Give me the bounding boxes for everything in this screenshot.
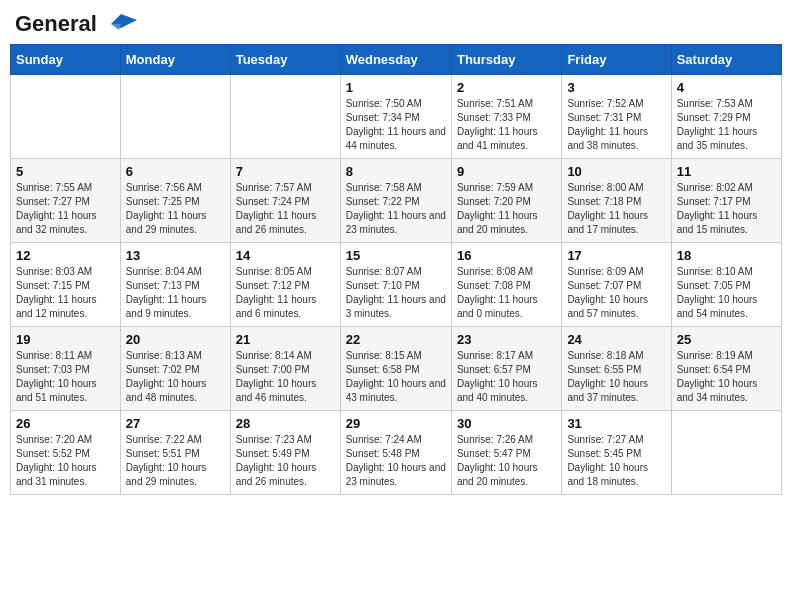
calendar-cell: 13Sunrise: 8:04 AMSunset: 7:13 PMDayligh… xyxy=(120,243,230,327)
calendar-cell: 3Sunrise: 7:52 AMSunset: 7:31 PMDaylight… xyxy=(562,75,671,159)
day-info: Sunrise: 7:27 AMSunset: 5:45 PMDaylight:… xyxy=(567,433,665,489)
day-of-week-monday: Monday xyxy=(120,45,230,75)
day-number: 27 xyxy=(126,416,225,431)
calendar-cell: 14Sunrise: 8:05 AMSunset: 7:12 PMDayligh… xyxy=(230,243,340,327)
day-info: Sunrise: 8:14 AMSunset: 7:00 PMDaylight:… xyxy=(236,349,335,405)
calendar-cell: 30Sunrise: 7:26 AMSunset: 5:47 PMDayligh… xyxy=(451,411,561,495)
day-number: 30 xyxy=(457,416,556,431)
calendar-week-1: 1Sunrise: 7:50 AMSunset: 7:34 PMDaylight… xyxy=(11,75,782,159)
day-info: Sunrise: 7:23 AMSunset: 5:49 PMDaylight:… xyxy=(236,433,335,489)
day-number: 19 xyxy=(16,332,115,347)
day-number: 5 xyxy=(16,164,115,179)
calendar-cell: 17Sunrise: 8:09 AMSunset: 7:07 PMDayligh… xyxy=(562,243,671,327)
calendar-cell xyxy=(120,75,230,159)
day-of-week-tuesday: Tuesday xyxy=(230,45,340,75)
day-info: Sunrise: 7:52 AMSunset: 7:31 PMDaylight:… xyxy=(567,97,665,153)
day-info: Sunrise: 7:26 AMSunset: 5:47 PMDaylight:… xyxy=(457,433,556,489)
day-info: Sunrise: 8:13 AMSunset: 7:02 PMDaylight:… xyxy=(126,349,225,405)
day-info: Sunrise: 8:02 AMSunset: 7:17 PMDaylight:… xyxy=(677,181,776,237)
day-number: 10 xyxy=(567,164,665,179)
calendar-cell: 20Sunrise: 8:13 AMSunset: 7:02 PMDayligh… xyxy=(120,327,230,411)
day-info: Sunrise: 7:58 AMSunset: 7:22 PMDaylight:… xyxy=(346,181,446,237)
calendar-cell: 19Sunrise: 8:11 AMSunset: 7:03 PMDayligh… xyxy=(11,327,121,411)
day-number: 7 xyxy=(236,164,335,179)
day-number: 8 xyxy=(346,164,446,179)
day-number: 22 xyxy=(346,332,446,347)
calendar-cell: 8Sunrise: 7:58 AMSunset: 7:22 PMDaylight… xyxy=(340,159,451,243)
day-number: 13 xyxy=(126,248,225,263)
day-info: Sunrise: 8:07 AMSunset: 7:10 PMDaylight:… xyxy=(346,265,446,321)
day-number: 20 xyxy=(126,332,225,347)
calendar-header-row: SundayMondayTuesdayWednesdayThursdayFrid… xyxy=(11,45,782,75)
logo-text-general: General xyxy=(15,11,97,37)
logo-bird-icon xyxy=(101,10,137,38)
day-info: Sunrise: 7:24 AMSunset: 5:48 PMDaylight:… xyxy=(346,433,446,489)
day-number: 2 xyxy=(457,80,556,95)
day-number: 28 xyxy=(236,416,335,431)
calendar-cell: 1Sunrise: 7:50 AMSunset: 7:34 PMDaylight… xyxy=(340,75,451,159)
day-info: Sunrise: 8:04 AMSunset: 7:13 PMDaylight:… xyxy=(126,265,225,321)
day-info: Sunrise: 8:15 AMSunset: 6:58 PMDaylight:… xyxy=(346,349,446,405)
day-info: Sunrise: 8:09 AMSunset: 7:07 PMDaylight:… xyxy=(567,265,665,321)
day-info: Sunrise: 8:03 AMSunset: 7:15 PMDaylight:… xyxy=(16,265,115,321)
calendar-cell: 22Sunrise: 8:15 AMSunset: 6:58 PMDayligh… xyxy=(340,327,451,411)
calendar-cell: 9Sunrise: 7:59 AMSunset: 7:20 PMDaylight… xyxy=(451,159,561,243)
calendar-cell: 5Sunrise: 7:55 AMSunset: 7:27 PMDaylight… xyxy=(11,159,121,243)
day-info: Sunrise: 8:19 AMSunset: 6:54 PMDaylight:… xyxy=(677,349,776,405)
day-number: 1 xyxy=(346,80,446,95)
day-of-week-sunday: Sunday xyxy=(11,45,121,75)
calendar-cell: 31Sunrise: 7:27 AMSunset: 5:45 PMDayligh… xyxy=(562,411,671,495)
calendar-cell: 26Sunrise: 7:20 AMSunset: 5:52 PMDayligh… xyxy=(11,411,121,495)
day-number: 17 xyxy=(567,248,665,263)
day-info: Sunrise: 7:57 AMSunset: 7:24 PMDaylight:… xyxy=(236,181,335,237)
day-info: Sunrise: 7:59 AMSunset: 7:20 PMDaylight:… xyxy=(457,181,556,237)
day-info: Sunrise: 8:18 AMSunset: 6:55 PMDaylight:… xyxy=(567,349,665,405)
day-number: 23 xyxy=(457,332,556,347)
day-info: Sunrise: 7:20 AMSunset: 5:52 PMDaylight:… xyxy=(16,433,115,489)
calendar-cell: 16Sunrise: 8:08 AMSunset: 7:08 PMDayligh… xyxy=(451,243,561,327)
calendar-cell xyxy=(671,411,781,495)
calendar-cell: 29Sunrise: 7:24 AMSunset: 5:48 PMDayligh… xyxy=(340,411,451,495)
day-info: Sunrise: 7:51 AMSunset: 7:33 PMDaylight:… xyxy=(457,97,556,153)
day-number: 4 xyxy=(677,80,776,95)
calendar-table: SundayMondayTuesdayWednesdayThursdayFrid… xyxy=(10,44,782,495)
day-info: Sunrise: 8:17 AMSunset: 6:57 PMDaylight:… xyxy=(457,349,556,405)
day-number: 18 xyxy=(677,248,776,263)
day-info: Sunrise: 7:50 AMSunset: 7:34 PMDaylight:… xyxy=(346,97,446,153)
day-number: 16 xyxy=(457,248,556,263)
day-info: Sunrise: 8:05 AMSunset: 7:12 PMDaylight:… xyxy=(236,265,335,321)
day-info: Sunrise: 8:00 AMSunset: 7:18 PMDaylight:… xyxy=(567,181,665,237)
calendar-cell: 23Sunrise: 8:17 AMSunset: 6:57 PMDayligh… xyxy=(451,327,561,411)
day-number: 3 xyxy=(567,80,665,95)
day-of-week-thursday: Thursday xyxy=(451,45,561,75)
day-number: 6 xyxy=(126,164,225,179)
calendar-cell: 12Sunrise: 8:03 AMSunset: 7:15 PMDayligh… xyxy=(11,243,121,327)
calendar-week-3: 12Sunrise: 8:03 AMSunset: 7:15 PMDayligh… xyxy=(11,243,782,327)
calendar-cell: 28Sunrise: 7:23 AMSunset: 5:49 PMDayligh… xyxy=(230,411,340,495)
calendar-cell: 21Sunrise: 8:14 AMSunset: 7:00 PMDayligh… xyxy=(230,327,340,411)
day-number: 24 xyxy=(567,332,665,347)
day-info: Sunrise: 8:11 AMSunset: 7:03 PMDaylight:… xyxy=(16,349,115,405)
calendar-cell: 15Sunrise: 8:07 AMSunset: 7:10 PMDayligh… xyxy=(340,243,451,327)
calendar-cell: 11Sunrise: 8:02 AMSunset: 7:17 PMDayligh… xyxy=(671,159,781,243)
day-of-week-friday: Friday xyxy=(562,45,671,75)
day-number: 25 xyxy=(677,332,776,347)
day-number: 21 xyxy=(236,332,335,347)
calendar-cell: 10Sunrise: 8:00 AMSunset: 7:18 PMDayligh… xyxy=(562,159,671,243)
calendar-week-5: 26Sunrise: 7:20 AMSunset: 5:52 PMDayligh… xyxy=(11,411,782,495)
day-info: Sunrise: 7:53 AMSunset: 7:29 PMDaylight:… xyxy=(677,97,776,153)
calendar-week-4: 19Sunrise: 8:11 AMSunset: 7:03 PMDayligh… xyxy=(11,327,782,411)
day-info: Sunrise: 7:22 AMSunset: 5:51 PMDaylight:… xyxy=(126,433,225,489)
day-number: 12 xyxy=(16,248,115,263)
calendar-cell: 6Sunrise: 7:56 AMSunset: 7:25 PMDaylight… xyxy=(120,159,230,243)
calendar-cell: 25Sunrise: 8:19 AMSunset: 6:54 PMDayligh… xyxy=(671,327,781,411)
calendar-cell: 24Sunrise: 8:18 AMSunset: 6:55 PMDayligh… xyxy=(562,327,671,411)
day-number: 29 xyxy=(346,416,446,431)
day-number: 26 xyxy=(16,416,115,431)
calendar-cell: 7Sunrise: 7:57 AMSunset: 7:24 PMDaylight… xyxy=(230,159,340,243)
day-number: 11 xyxy=(677,164,776,179)
page-header: General xyxy=(10,10,782,34)
calendar-cell xyxy=(11,75,121,159)
day-info: Sunrise: 7:56 AMSunset: 7:25 PMDaylight:… xyxy=(126,181,225,237)
day-of-week-saturday: Saturday xyxy=(671,45,781,75)
